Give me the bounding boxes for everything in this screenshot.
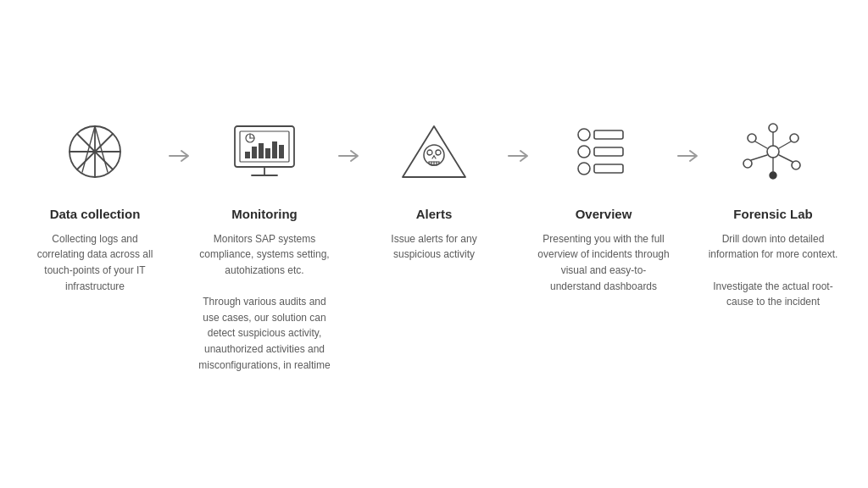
alerts-icon [392, 115, 476, 191]
forensic-lab-title: Forensic Lab [733, 207, 812, 221]
alerts-title: Alerts [416, 207, 453, 221]
svg-point-41 [748, 134, 756, 142]
overview-title: Overview [576, 207, 632, 221]
svg-line-48 [751, 155, 767, 160]
svg-line-27 [434, 156, 436, 158]
svg-marker-22 [403, 126, 465, 177]
overview-icon [561, 115, 646, 191]
svg-point-43 [743, 159, 752, 168]
svg-rect-36 [594, 147, 623, 156]
arrow-1 [163, 115, 197, 180]
svg-rect-11 [252, 147, 257, 158]
svg-rect-15 [279, 145, 284, 158]
monitoring-title: Monitoring [231, 207, 297, 221]
arrow-4 [671, 115, 705, 180]
svg-rect-14 [272, 141, 277, 158]
forensic-lab-icon [731, 115, 815, 191]
svg-point-25 [436, 150, 441, 155]
data-collection-title: Data collection [50, 207, 141, 221]
svg-rect-12 [259, 143, 264, 158]
svg-point-45 [769, 124, 777, 132]
svg-rect-38 [594, 164, 623, 173]
svg-point-37 [578, 163, 590, 175]
monitoring-desc: Monitors SAP systems compliance, systems… [197, 231, 332, 373]
svg-line-47 [779, 141, 791, 148]
alerts-desc: Issue alerts for any suspicious activity [366, 231, 502, 263]
svg-point-44 [792, 161, 800, 169]
svg-point-40 [767, 146, 779, 158]
svg-rect-13 [265, 148, 270, 158]
svg-line-46 [755, 141, 767, 148]
monitoring-icon [222, 115, 307, 191]
workflow-container: Data collection Collecting logs and corr… [0, 98, 868, 390]
step-forensic-lab: Forensic Lab Drill down into detailed in… [705, 115, 841, 310]
forensic-lab-desc: Drill down into detailed information for… [705, 231, 841, 310]
data-collection-desc: Collecting logs and correlating data acr… [27, 231, 163, 294]
svg-point-33 [578, 129, 590, 141]
data-collection-icon [53, 115, 137, 191]
svg-rect-8 [235, 126, 294, 167]
svg-point-35 [578, 146, 590, 158]
arrow-2 [332, 115, 366, 180]
step-overview: Overview Presenting you with the full ov… [536, 115, 671, 294]
svg-point-24 [427, 150, 432, 155]
step-data-collection: Data collection Collecting logs and corr… [27, 115, 163, 294]
svg-point-51 [770, 172, 776, 179]
step-alerts: Alerts Issue alerts for any suspicious a… [366, 115, 502, 263]
arrow-3 [502, 115, 536, 180]
svg-point-42 [790, 134, 798, 142]
svg-line-49 [779, 155, 793, 162]
svg-rect-10 [245, 152, 250, 158]
overview-desc: Presenting you with the full overview of… [536, 231, 671, 294]
step-monitoring: Monitoring Monitors SAP systems complian… [197, 115, 332, 373]
svg-rect-34 [594, 130, 623, 139]
